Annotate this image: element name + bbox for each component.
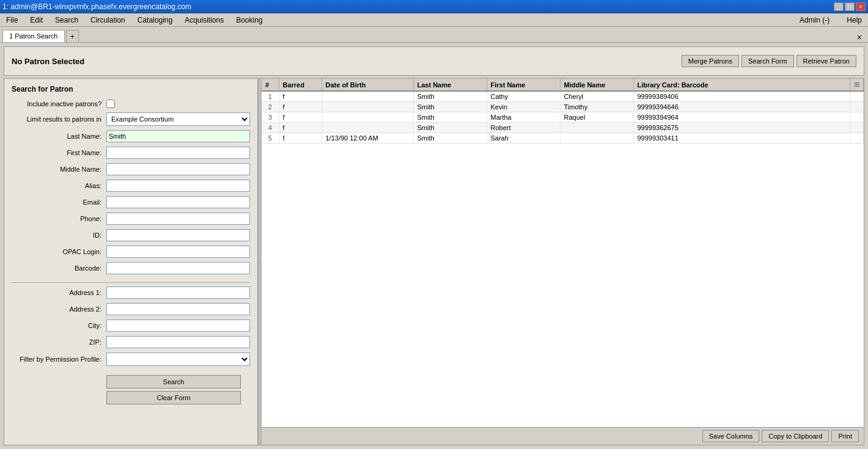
results-table: # Barred Date of Birth Last Name First N… — [262, 79, 864, 144]
col-resize-handle[interactable]: ⊞ — [850, 79, 864, 91]
cell-dob: 1/13/90 12:00 AM — [322, 133, 413, 144]
header-panel: No Patron Selected Merge Patrons Search … — [4, 46, 864, 76]
menu-admin[interactable]: Admin (-) — [796, 15, 833, 26]
table-row[interactable]: 3 f Smith Martha Raquel 99999394964 — [262, 112, 864, 123]
cell-firstname: Martha — [487, 112, 560, 123]
permission-profile-select[interactable] — [106, 352, 250, 366]
cell-firstname: Kevin — [487, 102, 560, 112]
table-row[interactable]: 2 f Smith Kevin Timothy 99999394646 — [262, 102, 864, 112]
cell-firstname: Robert — [487, 123, 560, 133]
form-row-firstname: First Name: — [12, 147, 250, 159]
label-id: ID: — [12, 232, 106, 239]
label-last-name: Last Name: — [12, 133, 106, 140]
label-first-name: First Name: — [12, 149, 106, 156]
close-button[interactable]: × — [856, 2, 866, 11]
city-input[interactable] — [106, 319, 250, 332]
cell-barcode: 99999362675 — [633, 123, 850, 133]
col-header-dob[interactable]: Date of Birth — [322, 79, 413, 91]
alias-input[interactable] — [106, 180, 250, 192]
menu-booking[interactable]: Booking — [232, 15, 266, 26]
form-row-middlename: Middle Name: — [12, 163, 250, 175]
form-row-address1: Address 1: — [12, 287, 250, 299]
cell-firstname: Sarah — [487, 133, 560, 144]
opac-login-input[interactable] — [106, 246, 250, 258]
bottom-bar: Save Columns Copy to Clipboard Print — [262, 427, 864, 445]
table-row[interactable]: 4 f Smith Robert 99999362675 — [262, 123, 864, 133]
barcode-input[interactable] — [106, 262, 250, 274]
menu-cataloging[interactable]: Cataloging — [134, 15, 176, 26]
cell-barred: f — [279, 112, 322, 123]
cell-num: 3 — [262, 112, 279, 123]
col-header-lastname[interactable]: Last Name — [413, 79, 487, 91]
zip-input[interactable] — [106, 336, 250, 348]
header-buttons: Merge Patrons Search Form Retrieve Patro… — [682, 55, 856, 67]
label-address1: Address 1: — [12, 289, 106, 296]
table-row[interactable]: 1 f Smith Cathy Cheryl 99999389406 — [262, 91, 864, 102]
search-form-button[interactable]: Search Form — [741, 55, 794, 67]
menu-acquisitions[interactable]: Acquisitions — [181, 15, 227, 26]
search-button[interactable]: Search — [106, 375, 241, 389]
last-name-input[interactable] — [106, 130, 250, 142]
results-table-wrapper: # Barred Date of Birth Last Name First N… — [262, 79, 864, 427]
menu-search[interactable]: Search — [51, 15, 82, 26]
address1-input[interactable] — [106, 287, 250, 299]
col-header-barred[interactable]: Barred — [279, 79, 322, 91]
menu-circulation[interactable]: Circulation — [87, 15, 129, 26]
label-email: Email: — [12, 199, 106, 206]
label-limit-results: Limit results to patrons in — [12, 115, 106, 123]
label-opac-login: OPAC Login: — [12, 248, 106, 255]
maximize-button[interactable]: □ — [845, 2, 855, 11]
save-columns-button[interactable]: Save Columns — [702, 430, 760, 442]
copy-to-clipboard-button[interactable]: Copy to Clipboard — [762, 430, 829, 442]
form-row-id: ID: — [12, 229, 250, 241]
first-name-input[interactable] — [106, 147, 250, 159]
label-barcode: Barcode: — [12, 265, 106, 272]
label-include-inactive: Include inactive patrons? — [12, 100, 106, 108]
col-header-firstname[interactable]: First Name — [487, 79, 560, 91]
cell-barcode: 99999394646 — [633, 102, 850, 112]
cell-dob — [322, 91, 413, 102]
label-middle-name: Middle Name: — [12, 166, 106, 173]
cell-empty — [850, 123, 864, 133]
cell-middlename: Timothy — [560, 102, 633, 112]
limit-results-select[interactable]: Example Consortium — [106, 112, 250, 126]
middle-name-input[interactable] — [106, 163, 250, 175]
include-inactive-checkbox[interactable] — [106, 100, 115, 108]
cell-lastname: Smith — [413, 112, 487, 123]
cell-num: 5 — [262, 133, 279, 144]
print-button[interactable]: Print — [831, 430, 859, 442]
col-header-num[interactable]: # — [262, 79, 279, 91]
email-input[interactable] — [106, 196, 250, 208]
cell-firstname: Cathy — [487, 91, 560, 102]
menu-edit[interactable]: Edit — [26, 15, 46, 26]
form-row-inactive: Include inactive patrons? — [12, 100, 250, 108]
tab-close-button[interactable]: × — [857, 32, 866, 42]
cell-middlename — [560, 123, 633, 133]
cell-barred: f — [279, 102, 322, 112]
table-row[interactable]: 5 f 1/13/90 12:00 AM Smith Sarah 9999930… — [262, 133, 864, 144]
cell-barred: f — [279, 133, 322, 144]
form-row-zip: ZIP: — [12, 336, 250, 348]
retrieve-patron-button[interactable]: Retrieve Patron — [796, 55, 856, 67]
form-row-city: City: — [12, 319, 250, 332]
tab-patron-search[interactable]: 1 Patron Search — [2, 30, 65, 42]
clear-form-button[interactable]: Clear Form — [106, 391, 241, 404]
col-header-middlename[interactable]: Middle Name — [560, 79, 633, 91]
form-row-address2: Address 2: — [12, 303, 250, 315]
merge-patrons-button[interactable]: Merge Patrons — [682, 55, 739, 67]
cell-lastname: Smith — [413, 123, 487, 133]
cell-empty — [850, 112, 864, 123]
minimize-button[interactable]: _ — [834, 2, 844, 11]
address2-input[interactable] — [106, 303, 250, 315]
search-form: Search for Patron Include inactive patro… — [4, 79, 258, 445]
tab-add-button[interactable]: + — [66, 30, 79, 42]
phone-input[interactable] — [106, 213, 250, 225]
body-panel: Search for Patron Include inactive patro… — [4, 78, 864, 445]
cell-num: 2 — [262, 102, 279, 112]
col-header-barcode[interactable]: Library Card: Barcode — [633, 79, 850, 91]
menu-file[interactable]: File — [2, 15, 21, 26]
menu-help[interactable]: Help — [843, 15, 866, 26]
tab-bar: 1 Patron Search + × — [0, 27, 868, 43]
label-zip: ZIP: — [12, 338, 106, 346]
id-input[interactable] — [106, 229, 250, 241]
